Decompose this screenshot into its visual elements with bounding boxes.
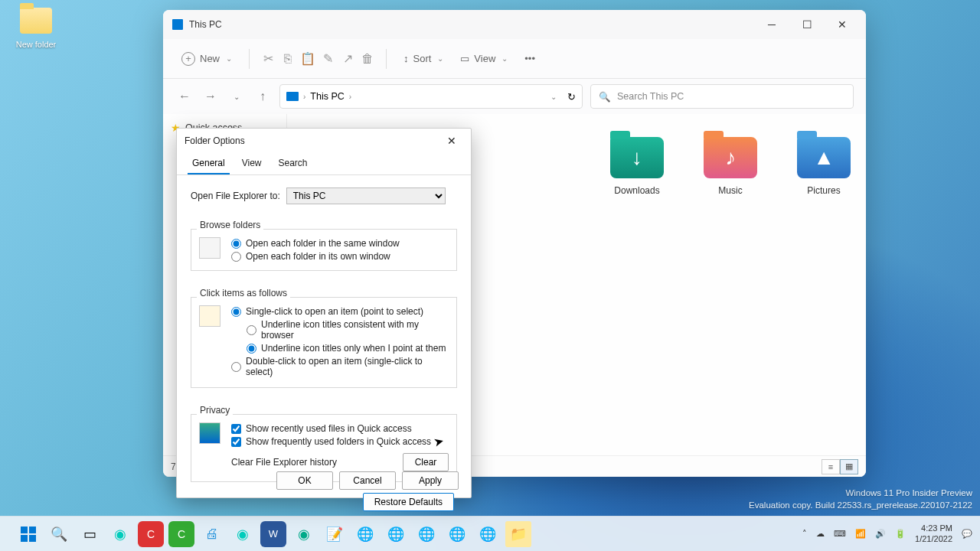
tab-search[interactable]: Search (274, 153, 312, 174)
plus-icon (181, 52, 195, 66)
copy-icon[interactable]: ⎘ (280, 51, 296, 67)
window-title: This PC (189, 19, 222, 30)
open-to-label: Open File Explorer to: (191, 191, 280, 201)
radio-underline-point[interactable] (247, 344, 256, 354)
folder-item[interactable]: .fldr:nth-of-type(2) .bigico::before{bac… (607, 137, 667, 197)
rename-icon[interactable]: ✎ (320, 51, 335, 67)
search-placeholder: Search This PC (617, 91, 684, 102)
tab-general[interactable]: General (188, 153, 230, 174)
taskbar: 🔍 ▭ ◉ C C 🖨 ◉ W ◉ 📝 🌐 🌐 🌐 🌐 🌐 📁 ˄ ☁ ⌨ 📶 … (0, 516, 980, 551)
folder-icon: ↓ (610, 137, 664, 178)
taskbar-app-icon[interactable]: C (168, 521, 194, 547)
wifi-icon[interactable]: 📶 (855, 529, 866, 539)
refresh-icon[interactable]: ↻ (567, 91, 576, 103)
battery-icon[interactable]: 🔋 (895, 529, 906, 539)
sort-button[interactable]: ↕ Sort⌄ (397, 48, 449, 69)
click-items-label: Click items as follows (197, 288, 290, 298)
taskbar-app-icon[interactable]: 🖨 (199, 521, 225, 547)
taskbar-word-icon[interactable]: W (260, 521, 286, 547)
taskbar-chrome-icon[interactable]: 🌐 (444, 521, 470, 547)
recent-chevron-icon[interactable]: ⌄ (227, 87, 246, 106)
breadcrumb[interactable]: This PC (310, 91, 344, 102)
volume-icon[interactable]: 🔊 (875, 529, 886, 539)
icons-view-button[interactable]: ▦ (840, 459, 858, 474)
taskbar-edge-icon[interactable]: ◉ (107, 521, 133, 547)
browse-preview-icon (199, 237, 220, 259)
clear-button[interactable]: Clear (403, 453, 449, 471)
folder-options-dialog: Folder Options ✕ General View Search Ope… (176, 128, 472, 498)
address-bar-row: ← → ⌄ ↑ › This PC › ⌄ ↻ 🔍 Search This PC (163, 79, 866, 114)
taskbar-edge-icon[interactable]: ◉ (291, 521, 317, 547)
details-view-button[interactable]: ≡ (822, 459, 840, 474)
restore-defaults-button[interactable]: Restore Defaults (363, 493, 454, 511)
close-button[interactable]: ✕ (825, 12, 860, 37)
new-button[interactable]: New⌄ (175, 47, 238, 70)
folder-icon: ▲ (797, 137, 851, 178)
taskbar-explorer-icon[interactable]: 📁 (505, 521, 531, 547)
this-pc-icon (172, 19, 183, 30)
apply-button[interactable]: Apply (402, 471, 459, 490)
dialog-close-button[interactable]: ✕ (440, 132, 463, 150)
cancel-button[interactable]: Cancel (339, 471, 396, 490)
search-input[interactable]: 🔍 Search This PC (590, 84, 854, 109)
tab-view[interactable]: View (237, 153, 266, 174)
chevron-down-icon[interactable]: ⌄ (550, 93, 557, 101)
checkbox-recent-files[interactable] (231, 424, 241, 434)
privacy-preview-icon (199, 422, 220, 444)
dialog-titlebar[interactable]: Folder Options ✕ (177, 129, 471, 153)
radio-underline-browser[interactable] (247, 325, 256, 335)
more-button[interactable]: ••• (518, 48, 541, 69)
delete-icon[interactable]: 🗑 (360, 51, 375, 67)
radio-same-window[interactable] (231, 239, 241, 249)
onedrive-icon[interactable]: ☁ (816, 529, 825, 539)
maximize-button[interactable]: ☐ (789, 12, 825, 37)
address-bar[interactable]: › This PC › ⌄ ↻ (279, 84, 583, 109)
clear-history-label: Clear File Explorer history (231, 457, 337, 468)
up-button[interactable]: ↑ (253, 87, 272, 106)
cut-icon[interactable]: ✂ (260, 51, 276, 67)
open-to-select[interactable]: This PC (286, 187, 446, 204)
radio-single-click[interactable] (231, 307, 241, 317)
taskbar-chrome-icon[interactable]: 🌐 (352, 521, 378, 547)
notifications-icon[interactable]: 💬 (962, 529, 972, 539)
search-button[interactable]: 🔍 (46, 521, 72, 547)
desktop-folder-icon[interactable]: New folder (9, 8, 63, 51)
tray-chevron-icon[interactable]: ˄ (802, 529, 807, 539)
clock[interactable]: 4:23 PM 1/21/2022 (915, 523, 952, 543)
minimize-button[interactable]: ─ (754, 12, 789, 37)
search-icon: 🔍 (599, 91, 611, 103)
toolbar: New⌄ ✂ ⎘ 📋 ✎ ↗ 🗑 ↕ Sort⌄ ▭ View⌄ ••• (163, 39, 866, 79)
privacy-label: Privacy (197, 405, 233, 416)
taskbar-chrome-icon[interactable]: 🌐 (383, 521, 409, 547)
click-preview-icon (199, 305, 220, 327)
folder-label: Downloads (614, 185, 659, 196)
back-button[interactable]: ← (175, 87, 194, 106)
task-view-button[interactable]: ▭ (77, 521, 103, 547)
taskbar-chrome-icon[interactable]: 🌐 (475, 521, 501, 547)
dialog-body: Open File Explorer to: This PC Browse fo… (177, 175, 471, 519)
share-icon[interactable]: ↗ (340, 51, 355, 67)
start-button[interactable] (15, 521, 41, 547)
input-icon[interactable]: ⌨ (834, 529, 846, 539)
system-tray[interactable]: ˄ ☁ ⌨ 📶 🔊 🔋 4:23 PM 1/21/2022 💬 (802, 523, 972, 543)
taskbar-app-icon[interactable]: 📝 (322, 521, 348, 547)
view-button[interactable]: ▭ View⌄ (454, 48, 514, 69)
chevron-down-icon: ⌄ (501, 54, 508, 63)
taskbar-app-icon[interactable]: C (138, 521, 164, 547)
folder-item[interactable]: .fldr:nth-of-type(3) .bigico::before{bac… (701, 137, 760, 197)
radio-own-window[interactable] (231, 252, 241, 262)
dialog-title: Folder Options (185, 135, 245, 146)
folder-icon (20, 8, 52, 34)
folder-label: Pictures (807, 185, 840, 196)
browse-folders-group: Open each folder in the same window Open… (191, 229, 457, 271)
radio-double-click[interactable] (231, 362, 241, 372)
ok-button[interactable]: OK (276, 471, 333, 490)
taskbar-chrome-icon[interactable]: 🌐 (413, 521, 439, 547)
forward-button[interactable]: → (201, 87, 220, 106)
desktop-icon-label: New folder (16, 40, 57, 49)
folder-item[interactable]: .fldr:nth-of-type(4) .bigico::before{bac… (794, 137, 854, 197)
checkbox-frequent-folders[interactable] (231, 437, 241, 447)
paste-icon[interactable]: 📋 (300, 51, 315, 67)
titlebar[interactable]: This PC ─ ☐ ✕ (163, 10, 866, 39)
taskbar-app-icon[interactable]: ◉ (230, 521, 256, 547)
